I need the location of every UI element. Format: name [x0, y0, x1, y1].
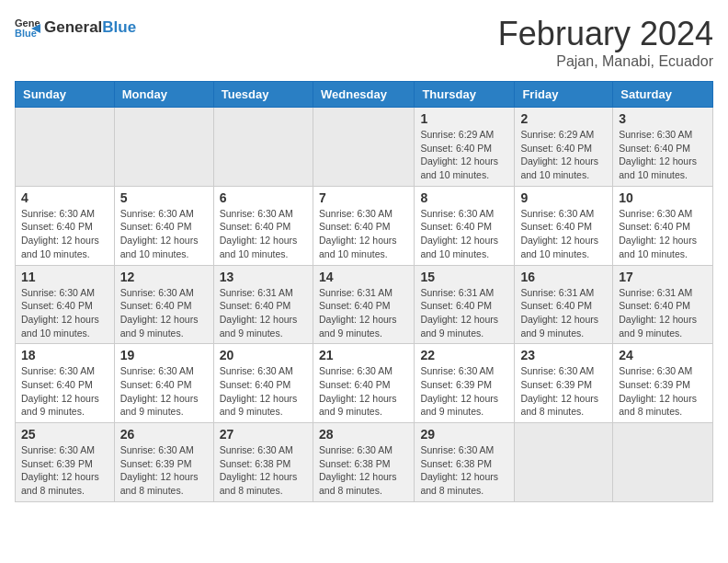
day-number: 11 — [21, 270, 108, 284]
day-number: 17 — [619, 270, 707, 284]
day-detail: Sunrise: 6:30 AM Sunset: 6:38 PM Dayligh… — [420, 443, 508, 498]
logo-general: General — [44, 18, 102, 36]
calendar-cell: 11Sunrise: 6:30 AM Sunset: 6:40 PM Dayli… — [16, 265, 115, 344]
day-detail: Sunrise: 6:31 AM Sunset: 6:40 PM Dayligh… — [520, 286, 607, 340]
day-detail: Sunrise: 6:31 AM Sunset: 6:40 PM Dayligh… — [420, 286, 508, 340]
day-number: 14 — [319, 270, 408, 284]
day-detail: Sunrise: 6:30 AM Sunset: 6:39 PM Dayligh… — [520, 364, 607, 419]
calendar-cell: 16Sunrise: 6:31 AM Sunset: 6:40 PM Dayli… — [515, 265, 613, 344]
day-detail: Sunrise: 6:30 AM Sunset: 6:40 PM Dayligh… — [21, 364, 108, 419]
calendar-day-header: Monday — [114, 82, 213, 108]
day-number: 23 — [520, 348, 607, 362]
day-detail: Sunrise: 6:29 AM Sunset: 6:40 PM Dayligh… — [420, 128, 508, 182]
day-detail: Sunrise: 6:30 AM Sunset: 6:40 PM Dayligh… — [619, 207, 707, 261]
day-detail: Sunrise: 6:31 AM Sunset: 6:40 PM Dayligh… — [319, 286, 408, 340]
day-detail: Sunrise: 6:30 AM Sunset: 6:40 PM Dayligh… — [319, 207, 408, 261]
calendar-cell: 12Sunrise: 6:30 AM Sunset: 6:40 PM Dayli… — [114, 265, 213, 344]
calendar-cell: 2Sunrise: 6:29 AM Sunset: 6:40 PM Daylig… — [515, 108, 613, 187]
day-number: 1 — [420, 111, 508, 126]
day-detail: Sunrise: 6:30 AM Sunset: 6:39 PM Dayligh… — [420, 364, 508, 419]
day-detail: Sunrise: 6:30 AM Sunset: 6:40 PM Dayligh… — [21, 286, 108, 340]
calendar-cell: 26Sunrise: 6:30 AM Sunset: 6:39 PM Dayli… — [114, 423, 213, 502]
calendar-cell: 1Sunrise: 6:29 AM Sunset: 6:40 PM Daylig… — [415, 108, 515, 187]
day-number: 15 — [420, 270, 508, 284]
calendar-cell: 17Sunrise: 6:31 AM Sunset: 6:40 PM Dayli… — [613, 265, 713, 344]
day-number: 10 — [619, 190, 707, 205]
day-detail: Sunrise: 6:30 AM Sunset: 6:39 PM Dayligh… — [619, 364, 707, 419]
calendar-cell: 19Sunrise: 6:30 AM Sunset: 6:40 PM Dayli… — [114, 344, 213, 423]
day-detail: Sunrise: 6:30 AM Sunset: 6:38 PM Dayligh… — [319, 443, 408, 498]
calendar-day-header: Sunday — [16, 82, 115, 108]
calendar-cell: 22Sunrise: 6:30 AM Sunset: 6:39 PM Dayli… — [415, 344, 515, 423]
day-detail: Sunrise: 6:30 AM Sunset: 6:40 PM Dayligh… — [220, 207, 307, 261]
day-detail: Sunrise: 6:30 AM Sunset: 6:40 PM Dayligh… — [120, 364, 208, 419]
day-detail: Sunrise: 6:30 AM Sunset: 6:40 PM Dayligh… — [619, 128, 707, 182]
calendar-cell: 29Sunrise: 6:30 AM Sunset: 6:38 PM Dayli… — [415, 423, 515, 502]
calendar-cell: 10Sunrise: 6:30 AM Sunset: 6:40 PM Dayli… — [613, 186, 713, 265]
calendar-week-row: 18Sunrise: 6:30 AM Sunset: 6:40 PM Dayli… — [16, 344, 713, 423]
day-number: 25 — [21, 427, 108, 442]
calendar-cell: 14Sunrise: 6:31 AM Sunset: 6:40 PM Dayli… — [313, 265, 414, 344]
day-detail: Sunrise: 6:30 AM Sunset: 6:40 PM Dayligh… — [420, 207, 508, 261]
day-detail: Sunrise: 6:29 AM Sunset: 6:40 PM Dayligh… — [520, 128, 607, 182]
day-number: 18 — [21, 348, 108, 362]
calendar-cell — [613, 423, 713, 502]
page-header: General Blue GeneralBlue February 2024 P… — [15, 15, 713, 70]
day-number: 29 — [420, 427, 508, 442]
calendar-subtitle: Pajan, Manabi, Ecuador — [498, 53, 713, 70]
day-detail: Sunrise: 6:30 AM Sunset: 6:40 PM Dayligh… — [120, 207, 208, 261]
calendar-day-header: Friday — [515, 82, 613, 108]
logo: General Blue GeneralBlue — [15, 15, 136, 40]
logo-text: GeneralBlue — [44, 19, 136, 37]
day-detail: Sunrise: 6:30 AM Sunset: 6:39 PM Dayligh… — [21, 443, 108, 498]
title-block: February 2024 Pajan, Manabi, Ecuador — [498, 15, 713, 70]
day-number: 27 — [220, 427, 307, 442]
day-number: 4 — [21, 190, 108, 205]
calendar-cell: 7Sunrise: 6:30 AM Sunset: 6:40 PM Daylig… — [313, 186, 414, 265]
day-detail: Sunrise: 6:30 AM Sunset: 6:40 PM Dayligh… — [120, 286, 208, 340]
calendar-day-header: Wednesday — [313, 82, 414, 108]
calendar-cell: 15Sunrise: 6:31 AM Sunset: 6:40 PM Dayli… — [415, 265, 515, 344]
calendar-week-row: 1Sunrise: 6:29 AM Sunset: 6:40 PM Daylig… — [16, 108, 713, 187]
day-detail: Sunrise: 6:31 AM Sunset: 6:40 PM Dayligh… — [220, 286, 307, 340]
calendar-cell: 27Sunrise: 6:30 AM Sunset: 6:38 PM Dayli… — [213, 423, 313, 502]
day-number: 9 — [520, 190, 607, 205]
day-number: 2 — [520, 111, 607, 126]
calendar-cell: 20Sunrise: 6:30 AM Sunset: 6:40 PM Dayli… — [213, 344, 313, 423]
day-number: 20 — [220, 348, 307, 362]
calendar-cell — [114, 108, 213, 187]
day-number: 28 — [319, 427, 408, 442]
logo-icon: General Blue — [15, 15, 40, 40]
day-detail: Sunrise: 6:30 AM Sunset: 6:38 PM Dayligh… — [220, 443, 307, 498]
day-detail: Sunrise: 6:30 AM Sunset: 6:40 PM Dayligh… — [21, 207, 108, 261]
calendar-cell — [515, 423, 613, 502]
day-number: 22 — [420, 348, 508, 362]
day-detail: Sunrise: 6:30 AM Sunset: 6:40 PM Dayligh… — [319, 364, 408, 419]
day-number: 21 — [319, 348, 408, 362]
calendar-cell: 4Sunrise: 6:30 AM Sunset: 6:40 PM Daylig… — [16, 186, 115, 265]
calendar-cell — [16, 108, 115, 187]
day-number: 12 — [120, 270, 208, 284]
calendar-cell: 18Sunrise: 6:30 AM Sunset: 6:40 PM Dayli… — [16, 344, 115, 423]
calendar-cell: 21Sunrise: 6:30 AM Sunset: 6:40 PM Dayli… — [313, 344, 414, 423]
calendar-week-row: 25Sunrise: 6:30 AM Sunset: 6:39 PM Dayli… — [16, 423, 713, 502]
calendar-cell: 8Sunrise: 6:30 AM Sunset: 6:40 PM Daylig… — [415, 186, 515, 265]
day-number: 6 — [220, 190, 307, 205]
calendar-cell: 23Sunrise: 6:30 AM Sunset: 6:39 PM Dayli… — [515, 344, 613, 423]
svg-text:Blue: Blue — [15, 28, 37, 39]
calendar-cell — [313, 108, 414, 187]
calendar-day-header: Saturday — [613, 82, 713, 108]
day-detail: Sunrise: 6:30 AM Sunset: 6:40 PM Dayligh… — [520, 207, 607, 261]
calendar-day-header: Thursday — [415, 82, 515, 108]
logo-blue: Blue — [102, 18, 136, 36]
day-number: 24 — [619, 348, 707, 362]
calendar-week-row: 11Sunrise: 6:30 AM Sunset: 6:40 PM Dayli… — [16, 265, 713, 344]
day-number: 13 — [220, 270, 307, 284]
day-detail: Sunrise: 6:31 AM Sunset: 6:40 PM Dayligh… — [619, 286, 707, 340]
day-detail: Sunrise: 6:30 AM Sunset: 6:39 PM Dayligh… — [120, 443, 208, 498]
day-detail: Sunrise: 6:30 AM Sunset: 6:40 PM Dayligh… — [220, 364, 307, 419]
calendar-week-row: 4Sunrise: 6:30 AM Sunset: 6:40 PM Daylig… — [16, 186, 713, 265]
calendar-cell: 28Sunrise: 6:30 AM Sunset: 6:38 PM Dayli… — [313, 423, 414, 502]
calendar-cell: 13Sunrise: 6:31 AM Sunset: 6:40 PM Dayli… — [213, 265, 313, 344]
day-number: 26 — [120, 427, 208, 442]
